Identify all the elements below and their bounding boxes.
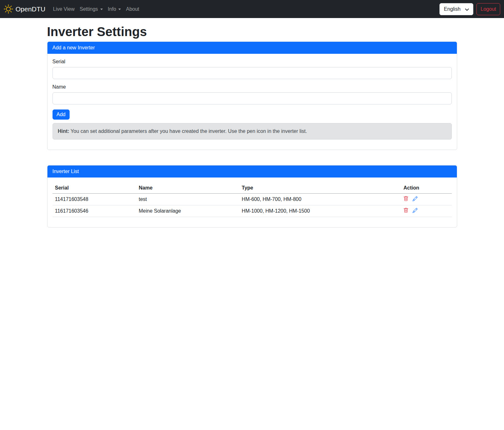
add-inverter-card: Add a new Inverter Serial Name Add Hint:… (47, 41, 457, 150)
table-row: 114171603548 test HM-600, HM-700, HM-800 (53, 194, 452, 205)
list-card-header: Inverter List (47, 165, 457, 178)
cell-type: HM-600, HM-700, HM-800 (239, 194, 401, 205)
page-title: Inverter Settings (47, 25, 457, 39)
cell-serial: 116171603546 (53, 205, 136, 217)
pencil-icon[interactable] (413, 196, 418, 201)
trash-icon[interactable] (403, 196, 408, 201)
inverter-table-body: 114171603548 test HM-600, HM-700, HM-800… (53, 194, 452, 217)
list-card-body: Serial Name Type Action 114171603548 tes… (47, 178, 457, 227)
language-selected-value: English (444, 6, 460, 12)
add-card-header: Add a new Inverter (47, 42, 457, 54)
brand-label: OpenDTU (16, 5, 46, 13)
cell-serial: 114171603548 (53, 194, 136, 205)
nav-item-settings[interactable]: Settings (77, 4, 105, 15)
nav-links: Live View Settings Info About (51, 4, 142, 15)
hint-label: Hint: (58, 128, 69, 134)
cell-type: HM-1000, HM-1200, HM-1500 (239, 205, 401, 217)
sun-icon (4, 4, 13, 14)
inverter-table: Serial Name Type Action 114171603548 tes… (53, 183, 452, 217)
column-header-name: Name (136, 183, 240, 194)
cell-actions (401, 194, 451, 205)
logout-button[interactable]: Logout (476, 3, 500, 15)
column-header-type: Type (239, 183, 401, 194)
table-row: 116171603546 Meine Solaranlage HM-1000, … (53, 205, 452, 217)
serial-label: Serial (53, 59, 452, 65)
column-header-serial: Serial (53, 183, 136, 194)
cell-name: Meine Solaranlage (136, 205, 240, 217)
brand-link[interactable]: OpenDTU (4, 4, 46, 14)
hint-text: You can set additional parameters after … (69, 128, 307, 134)
table-header-row: Serial Name Type Action (53, 183, 452, 194)
nav-item-about[interactable]: About (123, 4, 142, 15)
hint-alert: Hint: You can set additional parameters … (53, 123, 452, 140)
caret-down-icon (118, 9, 121, 10)
serial-input[interactable] (53, 67, 452, 79)
add-card-body: Serial Name Add Hint: You can set additi… (47, 54, 457, 150)
nav-item-live-view[interactable]: Live View (51, 4, 77, 15)
column-header-action: Action (401, 183, 451, 194)
main-content: Inverter Settings Add a new Inverter Ser… (43, 25, 461, 227)
pencil-icon[interactable] (413, 208, 418, 213)
language-select[interactable]: English (439, 3, 473, 15)
navbar-right: English Logout (439, 3, 500, 15)
chevron-down-icon (464, 7, 470, 13)
inverter-list-card: Inverter List Serial Name Type Action 11… (47, 165, 457, 227)
name-label: Name (53, 84, 452, 90)
add-button[interactable]: Add (53, 109, 70, 120)
cell-actions (401, 205, 451, 217)
trash-icon[interactable] (403, 208, 408, 213)
cell-name: test (136, 194, 240, 205)
name-input[interactable] (53, 92, 452, 104)
nav-item-info[interactable]: Info (105, 4, 124, 15)
caret-down-icon (100, 9, 103, 10)
navbar: OpenDTU Live View Settings Info About En… (0, 0, 504, 18)
